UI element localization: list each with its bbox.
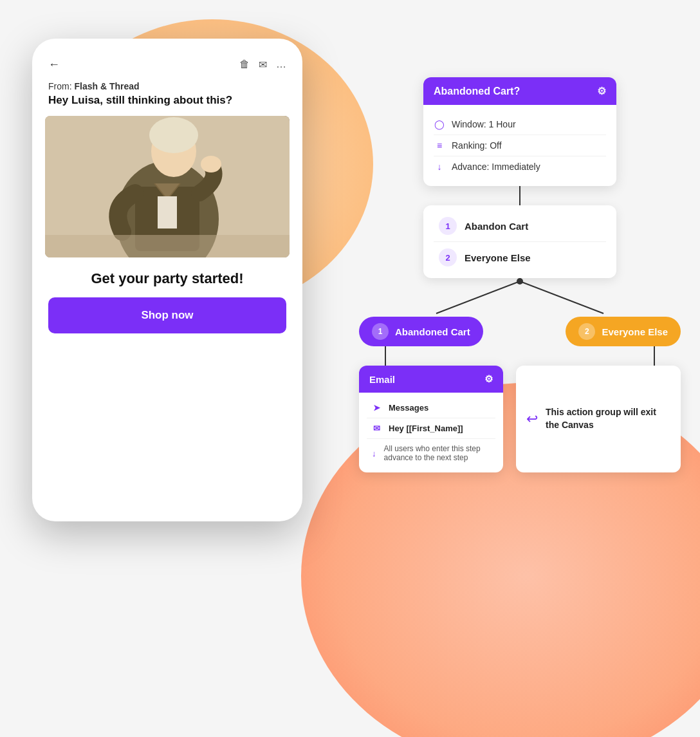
canvas-flow: Abandoned Cart? ⚙ ◯ Window: 1 Hour ≡ Ran… — [353, 77, 687, 472]
email-card-title: Email — [369, 374, 395, 385]
fork-svg — [353, 278, 687, 317]
messages-label: Messages — [389, 403, 428, 413]
branch-num-1: 1 — [439, 217, 457, 235]
list-icon: ≡ — [434, 140, 445, 151]
path-label-1: Abandoned Cart — [395, 326, 470, 337]
bottom-connectors — [353, 346, 687, 366]
branch-num-2: 2 — [439, 248, 457, 266]
advance-label: Advance: Immediately — [452, 162, 540, 172]
abandoned-cart-card: Abandoned Cart? ⚙ ◯ Window: 1 Hour ≡ Ran… — [423, 77, 616, 186]
email-row-advance: ↓ All users who enter this step advance … — [367, 439, 495, 467]
top-card-container: Abandoned Cart? ⚙ ◯ Window: 1 Hour ≡ Ran… — [353, 77, 687, 186]
name-label: Hey [[First_Name]] — [389, 424, 463, 433]
connector-1 — [353, 186, 687, 205]
from-label: From: — [48, 81, 72, 91]
email-subject: Hey Luisa, still thinking about this? — [45, 94, 290, 116]
email-from: From: Flash & Thread — [45, 81, 290, 94]
path-label-2: Everyone Else — [602, 326, 668, 337]
path-pill-abandoned: 1 Abandoned Cart — [359, 317, 483, 346]
envelope-icon: ✉ — [371, 424, 382, 433]
ranking-label: Ranking: Off — [452, 140, 502, 151]
mail-icon[interactable]: ✉ — [259, 59, 267, 71]
exit-icon: ↩ — [526, 411, 538, 427]
line-right — [654, 346, 655, 366]
svg-rect-7 — [45, 235, 290, 257]
trash-icon[interactable]: 🗑 — [239, 59, 250, 71]
more-icon[interactable]: … — [276, 59, 286, 71]
email-card-body: ➤ Messages ✉ Hey [[First_Name]] ↓ All us… — [359, 393, 503, 472]
branch-label-1: Abandon Cart — [465, 221, 528, 232]
path-labels: 1 Abandoned Cart 2 Everyone Else — [353, 317, 687, 346]
svg-rect-5 — [158, 196, 177, 229]
email-row-name: ✉ Hey [[First_Name]] — [367, 418, 495, 439]
path-num-1: 1 — [372, 323, 389, 340]
svg-point-3 — [149, 117, 198, 153]
card-header-abandoned: Abandoned Cart? ⚙ — [423, 77, 616, 105]
advance-icon: ↓ — [434, 162, 445, 172]
email-card: Email ⚙ ➤ Messages ✉ Hey [[First_Name]] … — [359, 366, 503, 472]
send-icon: ➤ — [371, 403, 382, 413]
down-arrow-icon: ↓ — [371, 449, 378, 458]
branch-card: 1 Abandon Cart 2 Everyone Else — [423, 205, 616, 278]
person-svg — [45, 116, 290, 257]
scene: ← 🗑 ✉ … From: Flash & Thread Hey Luisa, … — [0, 0, 700, 737]
email-card-header: Email ⚙ — [359, 366, 503, 393]
product-image — [45, 116, 290, 257]
from-name: Flash & Thread — [74, 81, 139, 91]
path-pill-everyone: 2 Everyone Else — [566, 317, 681, 346]
email-gear-icon[interactable]: ⚙ — [484, 373, 493, 385]
svg-point-6 — [201, 156, 221, 173]
branch-card-container: 1 Abandon Cart 2 Everyone Else — [353, 205, 687, 278]
branch-item-2: 2 Everyone Else — [434, 241, 606, 273]
back-icon[interactable]: ← — [48, 58, 60, 71]
line-1 — [519, 186, 520, 205]
exit-text: This action group will exit the Canvas — [546, 406, 670, 431]
card-row-window: ◯ Window: 1 Hour — [434, 114, 606, 135]
exit-card: ↩ This action group will exit the Canvas — [516, 366, 681, 472]
phone-mockup: ← 🗑 ✉ … From: Flash & Thread Hey Luisa, … — [32, 39, 302, 521]
gear-icon[interactable]: ⚙ — [597, 85, 606, 97]
branch-label-2: Everyone Else — [465, 252, 531, 263]
fork-area — [353, 278, 687, 317]
cta-text: Get your party started! — [45, 257, 290, 297]
bottom-cards: Email ⚙ ➤ Messages ✉ Hey [[First_Name]] … — [353, 366, 687, 472]
svg-line-10 — [520, 281, 603, 313]
line-left — [385, 346, 386, 366]
card-title-abandoned: Abandoned Cart? — [434, 86, 520, 97]
card-body-abandoned: ◯ Window: 1 Hour ≡ Ranking: Off ↓ Advanc… — [423, 105, 616, 186]
window-label: Window: 1 Hour — [452, 119, 516, 129]
email-row-messages: ➤ Messages — [367, 398, 495, 418]
advance-all-label: All users who enter this step advance to… — [384, 444, 492, 462]
path-num-2: 2 — [578, 323, 595, 340]
card-row-ranking: ≡ Ranking: Off — [434, 135, 606, 156]
svg-line-9 — [436, 281, 520, 313]
phone-action-icons: 🗑 ✉ … — [239, 59, 286, 71]
branch-item-1: 1 Abandon Cart — [434, 210, 606, 241]
clock-icon: ◯ — [434, 119, 445, 129]
phone-header: ← 🗑 ✉ … — [45, 51, 290, 81]
shop-now-button[interactable]: Shop now — [48, 297, 286, 333]
card-row-advance: ↓ Advance: Immediately — [434, 156, 606, 177]
